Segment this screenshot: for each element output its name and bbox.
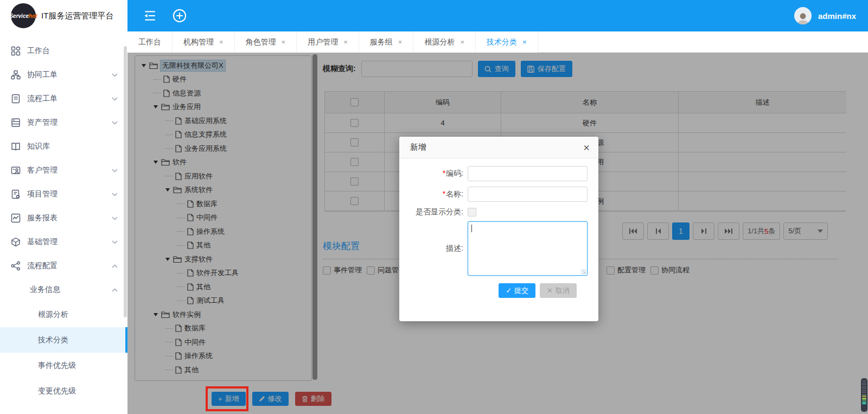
- add-tab-icon[interactable]: [172, 8, 187, 23]
- sidebar-item-reports[interactable]: 服务报表: [0, 206, 127, 230]
- sidebar-item-process-config[interactable]: 流程配置: [0, 254, 127, 278]
- logo-text-hot: hot: [29, 13, 37, 19]
- sidebar-item-customers[interactable]: 客户管理: [0, 158, 127, 182]
- cube-icon: [11, 237, 21, 247]
- chevron-down-icon: [112, 240, 118, 244]
- close-tab-icon[interactable]: ×: [522, 38, 527, 46]
- description-label: 描述:: [408, 244, 468, 253]
- sidebar-item-projects[interactable]: 项目管理: [0, 182, 127, 206]
- sidebar-item-assets[interactable]: 资产管理: [0, 111, 127, 135]
- sidebar-item-workbench[interactable]: 工作台: [0, 39, 127, 63]
- chevron-down-icon: [112, 73, 118, 77]
- sidebar-item-collab-orders[interactable]: 协同工单: [0, 63, 127, 87]
- dialog-title: 新增: [410, 142, 426, 152]
- user-avatar[interactable]: [794, 7, 812, 24]
- chevron-down-icon: [112, 121, 118, 125]
- sidebar-item-change-priority[interactable]: 变更优先级: [0, 378, 127, 404]
- close-icon[interactable]: ×: [583, 142, 590, 153]
- username[interactable]: admin#nx: [818, 11, 856, 21]
- browser-extension-widget: [861, 378, 867, 412]
- cancel-button[interactable]: ✕取消: [540, 283, 577, 298]
- tab-tech-category[interactable]: 技术分类×: [476, 31, 538, 53]
- chart-icon: [11, 213, 21, 223]
- id-card-icon: [11, 165, 21, 175]
- check-icon: ✓: [506, 286, 512, 295]
- tab-bar: 工作台 机构管理× 角色管理× 用户管理× 服务组× 根源分析× 技术分类×: [127, 31, 868, 53]
- sidebar-item-process-orders[interactable]: 流程工单: [0, 87, 127, 111]
- tab-root-cause[interactable]: 根源分析×: [413, 31, 476, 53]
- sidebar-item-tech-category[interactable]: 技术分类: [0, 327, 127, 353]
- chevron-up-icon: [112, 288, 118, 292]
- tab-service-group[interactable]: 服务组×: [359, 31, 414, 53]
- sidebar: 工作台 协同工单 流程工单 资产管理 知识库 客户管理 项目管理: [0, 31, 127, 414]
- name-label: *名称:: [408, 189, 468, 199]
- name-input[interactable]: [468, 187, 588, 202]
- sidebar-item-business-info[interactable]: 业务信息: [0, 278, 127, 302]
- show-category-label: 是否显示分类:: [408, 207, 468, 217]
- book-icon: [11, 142, 21, 151]
- code-input[interactable]: [468, 166, 588, 181]
- close-tab-icon[interactable]: ×: [219, 38, 224, 46]
- close-tab-icon[interactable]: ×: [460, 38, 464, 46]
- close-tab-icon[interactable]: ×: [282, 38, 286, 46]
- sidebar-item-basic-mgmt[interactable]: 基础管理: [0, 230, 127, 254]
- tab-workbench[interactable]: 工作台: [127, 31, 173, 53]
- logo-text-service: Service: [9, 13, 29, 19]
- app-title: IT服务运营管理平台: [41, 11, 113, 21]
- menu-fold-icon[interactable]: [143, 9, 157, 23]
- chevron-down-icon: [112, 193, 118, 196]
- server-icon: [11, 118, 21, 128]
- document-icon: [11, 94, 21, 104]
- resize-handle-icon[interactable]: [581, 269, 586, 274]
- text-caret: [471, 225, 472, 232]
- chevron-up-icon: [112, 264, 118, 268]
- chevron-down-icon: [112, 216, 118, 220]
- code-label: *编码:: [408, 169, 468, 179]
- sidebar-item-incident-priority[interactable]: 事件优先级: [0, 353, 127, 378]
- submit-button[interactable]: ✓提交: [499, 283, 535, 298]
- chevron-down-icon: [112, 169, 118, 173]
- tab-user-mgmt[interactable]: 用户管理×: [297, 31, 359, 53]
- sidebar-item-knowledge[interactable]: 知识库: [0, 135, 127, 158]
- description-textarea[interactable]: [468, 221, 588, 276]
- add-dialog: 新增 × *编码: *名称: 是否显示分类: 描述:: [399, 137, 598, 321]
- workbench-icon: [11, 46, 21, 56]
- chevron-down-icon: [112, 97, 118, 101]
- x-icon: ✕: [547, 286, 553, 295]
- share-nodes-icon: [11, 261, 21, 271]
- logo-area: Servicehot IT服务运营管理平台: [0, 0, 127, 31]
- close-tab-icon[interactable]: ×: [398, 38, 403, 46]
- tab-org-mgmt[interactable]: 机构管理×: [173, 31, 235, 53]
- app-root: Servicehot IT服务运营管理平台 admin#nx 工作台: [0, 0, 868, 414]
- show-category-checkbox[interactable]: [468, 208, 476, 216]
- annotation-highlight-box: [206, 386, 248, 411]
- sidebar-scrollbar-thumb[interactable]: [124, 46, 127, 317]
- sidebar-item-root-cause[interactable]: 根源分析: [0, 302, 127, 327]
- close-tab-icon[interactable]: ×: [343, 38, 348, 46]
- top-bar: admin#nx: [127, 0, 868, 31]
- servicehot-logo: Servicehot: [11, 3, 36, 28]
- tab-role-mgmt[interactable]: 角色管理×: [235, 31, 297, 53]
- doc-gear-icon: [11, 189, 21, 199]
- org-icon: [11, 70, 21, 80]
